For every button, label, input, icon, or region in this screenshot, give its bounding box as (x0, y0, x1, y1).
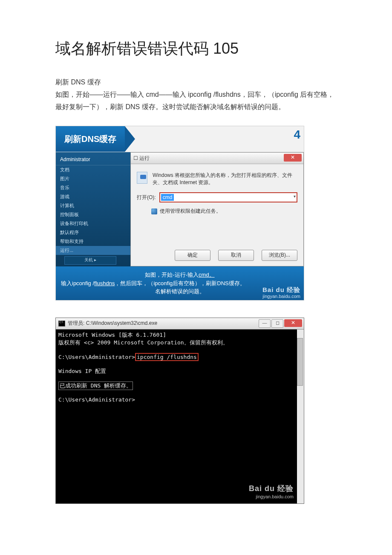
start-menu-item[interactable]: 音乐 (56, 183, 130, 192)
chevron-down-icon[interactable]: ▾ (294, 194, 296, 199)
run-dialog-title: ☐ 运行 (133, 155, 150, 162)
run-input[interactable]: cmd ▾ (159, 192, 297, 202)
step-tab: 刷新DNS缓存 (56, 126, 125, 152)
start-menu-item[interactable]: 文档 (56, 165, 130, 174)
start-menu-item[interactable]: 默认程序 (56, 228, 130, 237)
page-title: 域名解析错误错误代码 105 (55, 38, 337, 59)
cmd-line: Microsoft Windows [版本 6.1.7601] (58, 331, 301, 339)
ok-button[interactable]: 确定 (175, 250, 210, 261)
caption-bar: 如图，开始-运行-输入cmd。 输入ipconfig /flushdns，然后回… (56, 266, 304, 300)
step-number: 4 (294, 128, 300, 142)
minimize-button[interactable]: — (259, 319, 271, 328)
admin-note: 使用管理权限创建此任务。 (160, 208, 221, 215)
screenshot-run-dialog: 刷新DNS缓存 4 Administrator 文档 图片 音乐 游戏 计算机 … (55, 126, 304, 301)
cmd-title-text: 管理员: C:\Windows\system32\cmd.exe (68, 320, 157, 327)
section-heading: 刷新 DNS 缓存 (55, 76, 337, 89)
start-menu-item[interactable]: 计算机 (56, 201, 130, 210)
close-button[interactable]: ✕ (284, 319, 302, 327)
cmd-line: 版权所有 <c> 2009 Microsoft Corporation。保留所有… (58, 339, 301, 347)
cmd-command-highlight: ipconfig /flushdns (135, 353, 199, 361)
instruction-text: 如图，开始——运行——输入 cmd——输入 ipconfig /flushdns… (55, 89, 337, 113)
close-button[interactable]: ✕ (284, 154, 302, 162)
start-menu-item[interactable]: 游戏 (56, 192, 130, 201)
screenshot-cmd: 管理员: C:\Windows\system32\cmd.exe — ◻ ✕ M… (55, 318, 304, 504)
run-dialog-titlebar: ☐ 运行 ✕ (131, 153, 303, 164)
scrollbar-thumb[interactable] (297, 338, 303, 386)
start-menu-item[interactable]: 帮助和支持 (56, 237, 130, 246)
maximize-button[interactable]: ◻ (271, 319, 283, 328)
power-button[interactable]: 关机 ▸ (64, 256, 116, 265)
run-description: Windows 将根据您所输入的名称，为您打开相应的程序、文件夹、文档或 Int… (153, 172, 297, 186)
body-text: 刷新 DNS 缓存 如图，开始——运行——输入 cmd——输入 ipconfig… (55, 76, 337, 113)
start-menu-item[interactable]: 控制面板 (56, 210, 130, 219)
start-menu-item-run[interactable]: 运行... (56, 246, 130, 255)
cmd-line: Windows IP 配置 (58, 367, 301, 375)
cmd-output[interactable]: Microsoft Windows [版本 6.1.7601] 版权所有 <c>… (56, 330, 304, 503)
run-input-value: cmd (161, 194, 174, 201)
run-icon (137, 172, 147, 184)
cmd-line: C:\Users\Administrator>ipconfig /flushdn… (58, 353, 301, 361)
cmd-titlebar: 管理员: C:\Windows\system32\cmd.exe — ◻ ✕ (56, 318, 304, 330)
browse-button[interactable]: 浏览(B)... (262, 250, 297, 261)
start-menu-item[interactable]: 设备和打印机 (56, 219, 130, 228)
cmd-icon (58, 321, 65, 327)
run-dialog: ☐ 运行 ✕ Windows 将根据您所输入的名称，为您打开相应的程序、文件夹、… (130, 152, 304, 266)
cancel-button[interactable]: 取消 (218, 250, 254, 261)
watermark: Bai du 经验 jingyan.baidu.com (249, 484, 294, 500)
start-menu: Administrator 文档 图片 音乐 游戏 计算机 控制面板 设备和打印… (56, 152, 130, 266)
cmd-line: C:\Users\Administrator> (58, 396, 301, 403)
open-label: 打开(O): (137, 194, 156, 201)
start-menu-user: Administrator (56, 155, 130, 165)
shield-icon (151, 208, 157, 214)
scrollbar[interactable] (297, 330, 304, 503)
start-menu-item[interactable]: 图片 (56, 174, 130, 183)
step-band: 刷新DNS缓存 4 (56, 126, 304, 152)
watermark: Bai du 经验 jingyan.baidu.com (262, 286, 300, 299)
cmd-line: 已成功刷新 DNS 解析缓存。 (58, 382, 301, 390)
